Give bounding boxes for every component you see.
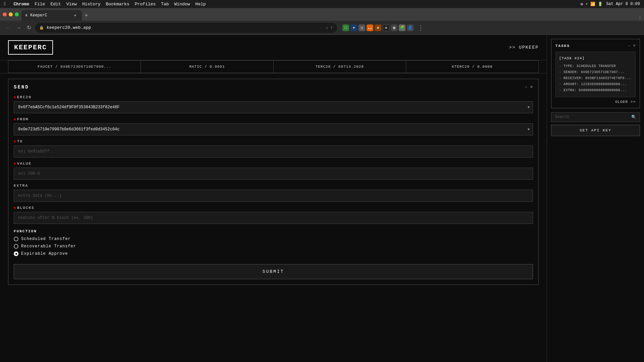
erc20-required-dot [14, 96, 16, 98]
set-api-key-btn[interactable]: SET API KEY [551, 125, 640, 136]
bookmark-icon[interactable]: ☆ [325, 25, 328, 31]
send-minimize-btn[interactable]: - [525, 84, 527, 90]
from-input[interactable] [14, 123, 533, 135]
tab-ctrl-btn[interactable]: ⋮ [636, 15, 644, 21]
stat-matic[interactable]: MATIC / 0.8691 [141, 60, 273, 73]
ext-fox[interactable]: 🦊 [367, 24, 373, 31]
erc20-field-section: ERC20 ▼ [14, 95, 533, 113]
menu-history[interactable]: History [82, 2, 101, 7]
radio-recoverable[interactable]: Recoverable Transfer [14, 244, 533, 249]
chrome-menu-btn[interactable]: ⋮ [418, 24, 424, 32]
to-required-dot [14, 140, 16, 142]
extra-label: EXTRA [14, 184, 533, 188]
send-panel-title: SEND [14, 84, 29, 90]
address-icons: ☆ ↑ [325, 25, 333, 31]
ext-orange[interactable]: ◆ [375, 24, 381, 31]
send-panel-controls: - × [525, 84, 533, 90]
close-window-btn[interactable] [3, 12, 7, 16]
blocks-input[interactable] [14, 212, 533, 224]
blocks-required-dot [14, 207, 16, 209]
tab-bar-row: K KeeperC ✕ + ⋮ [0, 8, 644, 21]
tab-close-btn[interactable]: ✕ [72, 13, 78, 18]
to-label: TO [14, 139, 533, 143]
menu-tab[interactable]: Tab [161, 2, 169, 7]
task-detail-1: · SENDER: 0X0E723D5710E7907... [559, 69, 632, 75]
tab-title: KeeperC [30, 13, 47, 18]
search-input-wrap: 🔍 [551, 112, 640, 122]
ext-dark[interactable]: ◈ [383, 24, 389, 31]
task-older-btn[interactable]: OLDER >> [555, 100, 636, 104]
stat-terc20[interactable]: TERC20 / 89713.2828 [273, 60, 406, 73]
ext-green[interactable]: ⬡ [342, 24, 349, 31]
extra-input-wrap [14, 190, 533, 202]
ext-person[interactable]: 👤 [407, 24, 414, 31]
blocks-input-wrap [14, 212, 533, 224]
search-input[interactable] [555, 115, 629, 119]
task-detail-4: · EXTRA: 0X00000000000000000... [559, 87, 632, 94]
menu-help[interactable]: Help [195, 2, 206, 7]
value-label: VALUE [14, 162, 533, 166]
ext-circle[interactable]: ◎ [359, 24, 365, 31]
apple-menu[interactable]:  [4, 1, 7, 7]
share-icon[interactable]: ↑ [330, 25, 333, 31]
tasks-title: TASKS [555, 44, 570, 48]
menu-file[interactable]: File [35, 2, 45, 7]
upkeep-link[interactable]: >> UPKEEP [509, 45, 539, 50]
blocks-label: BLOCKS [14, 206, 533, 210]
search-panel: 🔍 SET API KEY [551, 112, 640, 136]
radio-scheduled[interactable]: Scheduled Transfer [14, 237, 533, 241]
traffic-lights [0, 8, 21, 21]
from-field-section: FROM ▼ [14, 117, 533, 135]
send-area: SEND - × ERC20 [0, 73, 547, 362]
minimize-window-btn[interactable] [9, 12, 13, 16]
menu-profiles[interactable]: Profiles [135, 2, 156, 7]
system-icons: ⚙ ⚡ 📶 🔋 [581, 2, 603, 7]
to-input[interactable] [14, 145, 533, 158]
back-btn[interactable]: ← [4, 23, 12, 32]
stat-kterc20[interactable]: KTERC20 / 0.0000 [406, 60, 539, 73]
forward-btn[interactable]: → [15, 23, 23, 32]
radio-expirable[interactable]: Expirable Approve [14, 251, 533, 256]
stats-bar: FAUCET / 0X0E723D5710E7990... MATIC / 0.… [0, 60, 547, 73]
value-field-section: VALUE [14, 162, 533, 180]
tab-keeperc[interactable]: K KeeperC ✕ [21, 10, 82, 21]
fullscreen-window-btn[interactable] [15, 12, 19, 16]
new-tab-btn[interactable]: + [82, 10, 91, 21]
send-close-btn[interactable]: × [530, 84, 533, 90]
menu-bookmarks[interactable]: Bookmarks [106, 2, 129, 7]
app-main: KEEPERC >> UPKEEP FAUCET / 0X0E723D5710E… [0, 35, 547, 362]
erc20-input-wrap: ▼ [14, 101, 533, 113]
tasks-minimize-btn[interactable]: - [628, 43, 630, 48]
menu-view[interactable]: View [66, 2, 77, 7]
radio-btn-scheduled[interactable] [14, 237, 18, 241]
function-label: FUNCTION [14, 229, 533, 233]
right-sidebar: TASKS - × [TASK #24] · TYPE: SCHEDULED T… [547, 35, 644, 362]
send-panel-header: SEND - × [14, 84, 533, 90]
stat-faucet[interactable]: FAUCET / 0X0E723D5710E7990... [8, 60, 141, 73]
extension-icons: ⬡ ● ◎ 🦊 ◆ ◈ ▣ 🧩 👤 [342, 24, 414, 31]
value-input[interactable] [14, 168, 533, 180]
menu-chrome[interactable]: Chrome [13, 2, 29, 7]
tasks-header: TASKS - × [555, 43, 636, 48]
search-icon: 🔍 [631, 115, 636, 120]
submit-button[interactable]: SUBMIT [14, 264, 533, 279]
menu-window[interactable]: Window [174, 2, 190, 7]
address-input-wrap[interactable]: 🔒 ☆ ↑ [35, 23, 337, 33]
extra-input[interactable] [14, 190, 533, 202]
reload-btn[interactable]: ↻ [25, 23, 33, 32]
erc20-input[interactable] [14, 101, 533, 113]
tab-favicon: K [25, 14, 28, 17]
radio-btn-recoverable[interactable] [14, 244, 18, 249]
url-input[interactable] [47, 25, 323, 30]
menu-edit[interactable]: Edit [50, 2, 61, 7]
datetime: Sat Apr 8 0:09 [606, 2, 640, 6]
blocks-field-section: BLOCKS [14, 206, 533, 224]
ext-blue[interactable]: ● [351, 24, 357, 31]
tasks-panel: TASKS - × [TASK #24] · TYPE: SCHEDULED T… [551, 39, 640, 108]
radio-btn-expirable[interactable] [14, 251, 18, 256]
ext-puzzle[interactable]: 🧩 [399, 24, 406, 31]
ext-gray[interactable]: ▣ [391, 24, 397, 31]
extra-field-section: EXTRA [14, 184, 533, 202]
task-item: [TASK #24] · TYPE: SCHEDULED TRANSFER · … [555, 52, 636, 97]
tasks-close-btn[interactable]: × [633, 43, 636, 48]
